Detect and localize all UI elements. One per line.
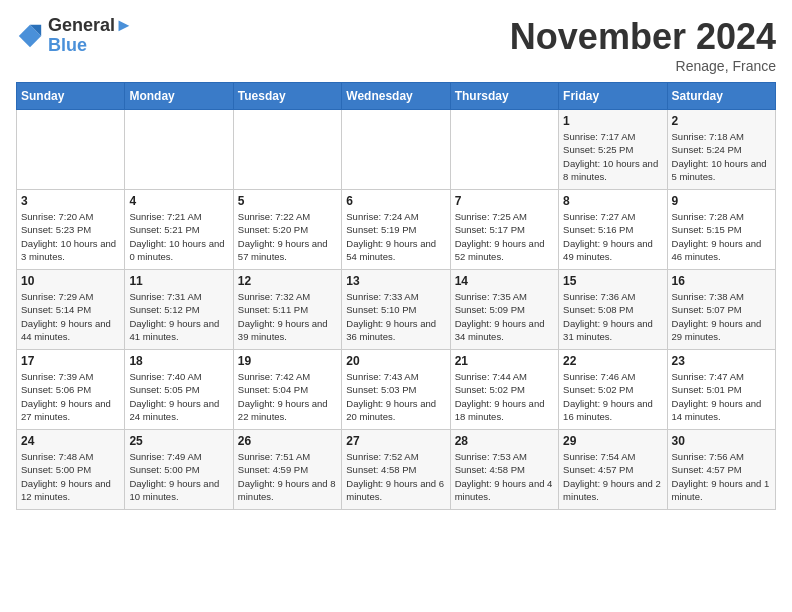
day-header-sunday: Sunday — [17, 83, 125, 110]
days-header-row: SundayMondayTuesdayWednesdayThursdayFrid… — [17, 83, 776, 110]
calendar-cell: 16Sunrise: 7:38 AM Sunset: 5:07 PM Dayli… — [667, 270, 775, 350]
day-number: 23 — [672, 354, 771, 368]
calendar-week-1: 1Sunrise: 7:17 AM Sunset: 5:25 PM Daylig… — [17, 110, 776, 190]
day-info: Sunrise: 7:39 AM Sunset: 5:06 PM Dayligh… — [21, 370, 120, 423]
calendar-cell — [450, 110, 558, 190]
day-number: 13 — [346, 274, 445, 288]
month-title: November 2024 — [510, 16, 776, 58]
calendar-cell: 7Sunrise: 7:25 AM Sunset: 5:17 PM Daylig… — [450, 190, 558, 270]
calendar-cell: 24Sunrise: 7:48 AM Sunset: 5:00 PM Dayli… — [17, 430, 125, 510]
day-header-saturday: Saturday — [667, 83, 775, 110]
calendar-cell: 27Sunrise: 7:52 AM Sunset: 4:58 PM Dayli… — [342, 430, 450, 510]
day-header-tuesday: Tuesday — [233, 83, 341, 110]
day-number: 29 — [563, 434, 662, 448]
day-info: Sunrise: 7:51 AM Sunset: 4:59 PM Dayligh… — [238, 450, 337, 503]
calendar-cell: 11Sunrise: 7:31 AM Sunset: 5:12 PM Dayli… — [125, 270, 233, 350]
day-info: Sunrise: 7:29 AM Sunset: 5:14 PM Dayligh… — [21, 290, 120, 343]
calendar-cell: 10Sunrise: 7:29 AM Sunset: 5:14 PM Dayli… — [17, 270, 125, 350]
calendar-week-3: 10Sunrise: 7:29 AM Sunset: 5:14 PM Dayli… — [17, 270, 776, 350]
day-info: Sunrise: 7:43 AM Sunset: 5:03 PM Dayligh… — [346, 370, 445, 423]
day-info: Sunrise: 7:33 AM Sunset: 5:10 PM Dayligh… — [346, 290, 445, 343]
day-number: 5 — [238, 194, 337, 208]
day-number: 16 — [672, 274, 771, 288]
day-info: Sunrise: 7:21 AM Sunset: 5:21 PM Dayligh… — [129, 210, 228, 263]
calendar-cell: 20Sunrise: 7:43 AM Sunset: 5:03 PM Dayli… — [342, 350, 450, 430]
calendar-cell: 1Sunrise: 7:17 AM Sunset: 5:25 PM Daylig… — [559, 110, 667, 190]
calendar-cell: 29Sunrise: 7:54 AM Sunset: 4:57 PM Dayli… — [559, 430, 667, 510]
calendar-cell: 2Sunrise: 7:18 AM Sunset: 5:24 PM Daylig… — [667, 110, 775, 190]
day-info: Sunrise: 7:28 AM Sunset: 5:15 PM Dayligh… — [672, 210, 771, 263]
calendar-cell: 22Sunrise: 7:46 AM Sunset: 5:02 PM Dayli… — [559, 350, 667, 430]
day-number: 26 — [238, 434, 337, 448]
day-info: Sunrise: 7:18 AM Sunset: 5:24 PM Dayligh… — [672, 130, 771, 183]
subtitle: Renage, France — [510, 58, 776, 74]
day-info: Sunrise: 7:56 AM Sunset: 4:57 PM Dayligh… — [672, 450, 771, 503]
day-info: Sunrise: 7:35 AM Sunset: 5:09 PM Dayligh… — [455, 290, 554, 343]
calendar-cell — [17, 110, 125, 190]
day-number: 27 — [346, 434, 445, 448]
calendar-week-4: 17Sunrise: 7:39 AM Sunset: 5:06 PM Dayli… — [17, 350, 776, 430]
header: General► Blue November 2024 Renage, Fran… — [16, 16, 776, 74]
calendar-cell: 30Sunrise: 7:56 AM Sunset: 4:57 PM Dayli… — [667, 430, 775, 510]
day-info: Sunrise: 7:49 AM Sunset: 5:00 PM Dayligh… — [129, 450, 228, 503]
day-info: Sunrise: 7:46 AM Sunset: 5:02 PM Dayligh… — [563, 370, 662, 423]
calendar-week-2: 3Sunrise: 7:20 AM Sunset: 5:23 PM Daylig… — [17, 190, 776, 270]
calendar-cell — [342, 110, 450, 190]
day-info: Sunrise: 7:53 AM Sunset: 4:58 PM Dayligh… — [455, 450, 554, 503]
day-number: 17 — [21, 354, 120, 368]
day-info: Sunrise: 7:47 AM Sunset: 5:01 PM Dayligh… — [672, 370, 771, 423]
day-info: Sunrise: 7:25 AM Sunset: 5:17 PM Dayligh… — [455, 210, 554, 263]
logo: General► Blue — [16, 16, 133, 56]
calendar-cell: 14Sunrise: 7:35 AM Sunset: 5:09 PM Dayli… — [450, 270, 558, 350]
calendar-week-5: 24Sunrise: 7:48 AM Sunset: 5:00 PM Dayli… — [17, 430, 776, 510]
day-info: Sunrise: 7:32 AM Sunset: 5:11 PM Dayligh… — [238, 290, 337, 343]
day-number: 2 — [672, 114, 771, 128]
day-number: 4 — [129, 194, 228, 208]
logo-text: General► Blue — [48, 16, 133, 56]
day-number: 18 — [129, 354, 228, 368]
calendar-cell: 15Sunrise: 7:36 AM Sunset: 5:08 PM Dayli… — [559, 270, 667, 350]
logo-icon — [16, 22, 44, 50]
day-info: Sunrise: 7:48 AM Sunset: 5:00 PM Dayligh… — [21, 450, 120, 503]
day-number: 24 — [21, 434, 120, 448]
day-number: 15 — [563, 274, 662, 288]
day-number: 6 — [346, 194, 445, 208]
calendar-cell: 25Sunrise: 7:49 AM Sunset: 5:00 PM Dayli… — [125, 430, 233, 510]
title-area: November 2024 Renage, France — [510, 16, 776, 74]
day-info: Sunrise: 7:17 AM Sunset: 5:25 PM Dayligh… — [563, 130, 662, 183]
day-info: Sunrise: 7:40 AM Sunset: 5:05 PM Dayligh… — [129, 370, 228, 423]
day-info: Sunrise: 7:42 AM Sunset: 5:04 PM Dayligh… — [238, 370, 337, 423]
day-number: 3 — [21, 194, 120, 208]
day-number: 20 — [346, 354, 445, 368]
day-info: Sunrise: 7:31 AM Sunset: 5:12 PM Dayligh… — [129, 290, 228, 343]
day-number: 10 — [21, 274, 120, 288]
calendar-cell: 3Sunrise: 7:20 AM Sunset: 5:23 PM Daylig… — [17, 190, 125, 270]
calendar-cell: 17Sunrise: 7:39 AM Sunset: 5:06 PM Dayli… — [17, 350, 125, 430]
calendar-cell: 23Sunrise: 7:47 AM Sunset: 5:01 PM Dayli… — [667, 350, 775, 430]
day-header-wednesday: Wednesday — [342, 83, 450, 110]
day-number: 25 — [129, 434, 228, 448]
day-number: 1 — [563, 114, 662, 128]
day-number: 28 — [455, 434, 554, 448]
calendar-cell: 6Sunrise: 7:24 AM Sunset: 5:19 PM Daylig… — [342, 190, 450, 270]
day-info: Sunrise: 7:24 AM Sunset: 5:19 PM Dayligh… — [346, 210, 445, 263]
calendar-cell: 13Sunrise: 7:33 AM Sunset: 5:10 PM Dayli… — [342, 270, 450, 350]
day-info: Sunrise: 7:22 AM Sunset: 5:20 PM Dayligh… — [238, 210, 337, 263]
day-number: 8 — [563, 194, 662, 208]
calendar-cell: 21Sunrise: 7:44 AM Sunset: 5:02 PM Dayli… — [450, 350, 558, 430]
day-number: 9 — [672, 194, 771, 208]
calendar-cell: 12Sunrise: 7:32 AM Sunset: 5:11 PM Dayli… — [233, 270, 341, 350]
day-info: Sunrise: 7:38 AM Sunset: 5:07 PM Dayligh… — [672, 290, 771, 343]
day-number: 30 — [672, 434, 771, 448]
day-number: 14 — [455, 274, 554, 288]
day-info: Sunrise: 7:36 AM Sunset: 5:08 PM Dayligh… — [563, 290, 662, 343]
calendar-cell: 9Sunrise: 7:28 AM Sunset: 5:15 PM Daylig… — [667, 190, 775, 270]
day-number: 11 — [129, 274, 228, 288]
day-header-monday: Monday — [125, 83, 233, 110]
calendar-cell: 28Sunrise: 7:53 AM Sunset: 4:58 PM Dayli… — [450, 430, 558, 510]
calendar-cell: 18Sunrise: 7:40 AM Sunset: 5:05 PM Dayli… — [125, 350, 233, 430]
day-info: Sunrise: 7:20 AM Sunset: 5:23 PM Dayligh… — [21, 210, 120, 263]
calendar-cell — [233, 110, 341, 190]
day-number: 19 — [238, 354, 337, 368]
day-info: Sunrise: 7:44 AM Sunset: 5:02 PM Dayligh… — [455, 370, 554, 423]
